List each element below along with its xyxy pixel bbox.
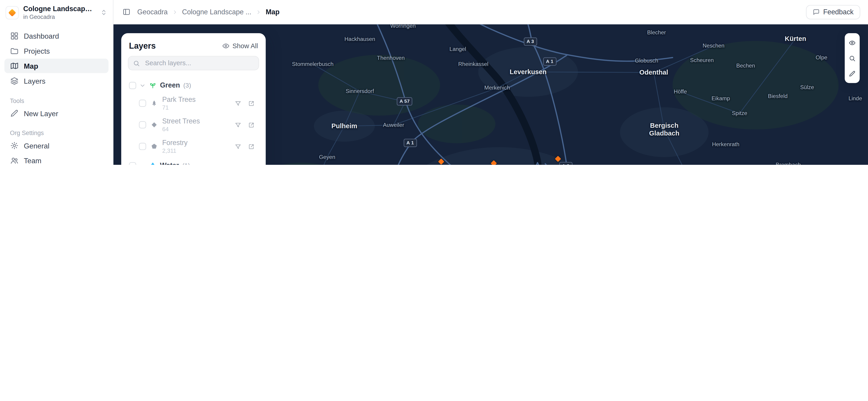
section-label-tools: Tools [10,97,103,104]
group-name: Green [160,82,180,89]
sidebar-item-label: Projects [24,47,50,55]
workspace-name: Cologne Landscape ... [23,5,96,13]
group-checkbox[interactable] [129,82,136,89]
sidebar-item-label: Dashboard [24,32,59,40]
chevron-down-icon[interactable] [140,162,146,165]
general-icon [10,141,19,150]
app-root: Cologne Landscape ... in Geocadra Dashbo… [0,0,868,165]
layer-group-water: Water (1) Channels & Ditc... 35 [127,157,260,165]
sidebar-item-label: General [24,142,50,150]
layer-group-list: Green (3) Park Trees 71 Street T [121,76,266,165]
breadcrumb-item-cologne-landscape[interactable]: Cologne Landscape ... [182,8,251,16]
chevron-updown-icon [100,9,107,16]
sidebar: Cologne Landscape ... in Geocadra Dashbo… [0,0,114,165]
layer-item-street-trees[interactable]: Street Trees 64 [127,114,260,136]
sidebar-item-general[interactable]: General [4,138,108,153]
tree-icon [151,99,158,107]
filter-icon[interactable] [235,100,241,106]
main-area: GeocadraCologne Landscape ...Map Feedbac… [114,0,868,165]
projects-icon [10,47,19,56]
sidebar-item-team[interactable]: Team [4,153,108,164]
layer-count: 64 [162,126,230,132]
chevron-right-icon [256,9,261,14]
visibility-button[interactable] [845,35,860,50]
sidebar-item-label: New Layer [24,109,58,118]
show-all-label: Show All [232,42,258,50]
feedback-label: Feedback [823,8,854,16]
layer-checkbox[interactable] [139,99,146,107]
team-icon [10,156,19,165]
section-label-org-settings: Org Settings [10,130,103,136]
chevron-down-icon[interactable] [140,82,146,88]
sidebar-item-label: Layers [24,76,45,85]
breadcrumb-item-map: Map [266,8,280,16]
layer-checkbox[interactable] [139,143,146,150]
search-icon [133,60,140,67]
group-checkbox[interactable] [129,162,136,164]
layer-checkbox[interactable] [139,121,146,128]
layer-item-forestry[interactable]: Forestry 2,311 [127,136,260,157]
layers-icon [10,76,19,85]
layer-group-row[interactable]: Green (3) [127,77,260,92]
map-canvas[interactable]: CologneLeverkusenBergisch GladbachOdenth… [114,24,868,164]
search-icon [849,55,856,62]
sidebar-sections: ToolsNew LayerOrg SettingsGeneralTeam [0,89,113,165]
layer-count: 2,311 [162,147,230,154]
eye-icon [222,42,229,50]
layers-panel: Layers Show All Green (3) [121,33,266,164]
layer-search [128,56,259,70]
top-bar: GeocadraCologne Landscape ...Map Feedbac… [114,0,868,24]
chat-icon [813,8,820,16]
layer-group-green: Green (3) Park Trees 71 Street T [127,77,260,157]
layer-name: Street Trees [162,117,230,125]
workspace-org: in Geocadra [23,13,96,20]
layer-item-park-trees[interactable]: Park Trees 71 [127,93,260,114]
breadcrumb-item-geocadra[interactable]: Geocadra [137,8,168,16]
layer-name: Forestry [162,139,230,147]
panel-icon [122,8,131,16]
map-toolbar [845,33,860,83]
sidebar-item-new-layer[interactable]: New Layer [4,106,108,121]
map-icon [10,61,19,70]
pen-icon [849,70,856,77]
zoom-button[interactable] [845,51,860,66]
group-name: Water [160,162,179,165]
droplet-icon [149,162,157,165]
layer-name: Park Trees [162,96,230,103]
diamond-icon [151,121,158,128]
breadcrumb: GeocadraCologne Landscape ...Map [137,8,280,16]
new-layer-icon [10,109,19,118]
layer-group-row[interactable]: Water (1) [127,157,260,165]
sidebar-item-label: Team [24,156,41,165]
sidebar-item-projects[interactable]: Projects [4,44,108,58]
workspace-switcher[interactable]: Cologne Landscape ... in Geocadra [0,0,113,25]
workspace-logo [5,6,19,19]
layer-count: 71 [162,104,230,111]
filter-icon[interactable] [235,143,241,150]
sidebar-nav: DashboardProjectsMapLayers [0,28,113,88]
draw-button[interactable] [845,66,860,82]
filter-icon[interactable] [235,121,241,128]
feedback-button[interactable]: Feedback [806,5,860,19]
layer-search-input[interactable] [144,59,254,67]
sidebar-item-label: Map [24,62,38,70]
plant-icon [149,82,157,89]
sidebar-item-layers[interactable]: Layers [4,74,108,88]
sidebar-item-dashboard[interactable]: Dashboard [4,29,108,43]
open-icon[interactable] [248,143,255,150]
layers-title: Layers [129,41,156,50]
chevron-right-icon [172,9,178,14]
open-icon[interactable] [248,121,255,128]
group-count: (3) [183,82,191,88]
show-all-button[interactable]: Show All [222,42,258,50]
pentagon-icon [151,143,158,150]
sidebar-item-map[interactable]: Map [4,59,108,73]
group-count: (1) [182,162,190,164]
dashboard-icon [10,32,19,40]
sidebar-toggle-button[interactable] [121,7,132,17]
eye-icon [849,39,856,47]
open-icon[interactable] [248,100,255,106]
